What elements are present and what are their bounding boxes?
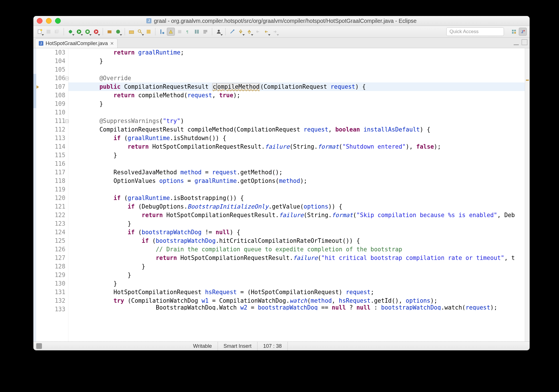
save-all-button[interactable] xyxy=(53,28,61,35)
svg-point-15 xyxy=(116,30,120,34)
open-type-button[interactable] xyxy=(128,28,135,35)
show-whitespace-button[interactable]: ¶ xyxy=(185,28,192,35)
svg-line-31 xyxy=(230,30,234,33)
statusbar: Writable Smart Insert 107 : 38 xyxy=(33,342,530,350)
svg-rect-16 xyxy=(129,31,134,34)
svg-point-30 xyxy=(218,30,220,32)
external-tools-button[interactable] xyxy=(92,28,100,35)
last-edit-button[interactable] xyxy=(254,28,262,35)
clean-button[interactable] xyxy=(228,28,236,35)
status-insert-mode: Smart Insert xyxy=(218,342,258,350)
show-source-button[interactable] xyxy=(193,28,200,35)
quick-access-input[interactable]: Quick Access xyxy=(446,27,504,36)
svg-point-21 xyxy=(162,32,164,34)
close-window-button[interactable] xyxy=(37,18,42,24)
toggle-wordwrap-button[interactable] xyxy=(202,28,209,35)
minimize-view-icon[interactable] xyxy=(514,39,519,45)
svg-rect-20 xyxy=(160,29,161,34)
svg-text:¶: ¶ xyxy=(186,30,188,34)
toggle-mark-button[interactable] xyxy=(158,28,166,35)
toggle-block-button[interactable] xyxy=(176,28,183,35)
svg-marker-35 xyxy=(248,30,251,32)
svg-point-17 xyxy=(138,30,141,32)
svg-rect-19 xyxy=(147,30,151,34)
status-writable: Writable xyxy=(187,342,218,350)
svg-marker-33 xyxy=(240,30,242,32)
eclipse-window: graal - org.graalvm.compiler.hotspot/src… xyxy=(33,16,530,350)
open-perspective-button[interactable] xyxy=(510,28,518,35)
minimize-window-button[interactable] xyxy=(46,18,52,24)
svg-rect-25 xyxy=(195,30,197,34)
code-editor[interactable]: 103104105106−107108109110111−11211311411… xyxy=(33,48,530,342)
debug-button[interactable] xyxy=(67,28,74,35)
editor-tab[interactable]: HotSpotGraalCompiler.java ✕ xyxy=(35,39,118,48)
svg-rect-2 xyxy=(46,30,50,34)
status-cursor-position: 107 : 38 xyxy=(258,342,288,350)
maximize-view-icon[interactable] xyxy=(522,39,527,45)
java-file-icon xyxy=(39,41,43,46)
coverage-button[interactable] xyxy=(84,28,91,35)
toggle-highlight-button[interactable] xyxy=(167,28,175,36)
svg-rect-38 xyxy=(514,30,516,31)
svg-point-32 xyxy=(233,29,234,31)
svg-rect-26 xyxy=(197,30,199,34)
prev-annotation-button[interactable] xyxy=(246,28,253,35)
new-type-button[interactable] xyxy=(114,28,122,35)
svg-marker-22 xyxy=(169,30,172,33)
svg-rect-40 xyxy=(514,32,516,34)
svg-text:J: J xyxy=(521,30,523,34)
svg-point-1 xyxy=(40,29,42,31)
zoom-window-button[interactable] xyxy=(55,18,61,24)
svg-rect-23 xyxy=(178,30,181,33)
titlebar: graal - org.graalvm.compiler.hotspot/src… xyxy=(33,16,530,26)
new-button[interactable] xyxy=(36,28,44,35)
editor-tabstrip: HotSpotGraalCompiler.java ✕ xyxy=(33,38,530,48)
svg-rect-14 xyxy=(108,31,112,33)
forward-button[interactable] xyxy=(271,28,279,35)
next-annotation-button[interactable] xyxy=(237,28,244,35)
svg-rect-39 xyxy=(512,32,514,34)
svg-marker-34 xyxy=(240,32,242,34)
svg-marker-36 xyxy=(248,32,251,34)
svg-line-18 xyxy=(140,32,142,34)
open-task-button[interactable] xyxy=(145,28,152,35)
save-button[interactable] xyxy=(45,28,52,35)
profile-button[interactable] xyxy=(215,28,222,35)
rss-icon[interactable] xyxy=(36,343,42,349)
tab-label: HotSpotGraalCompiler.java xyxy=(46,41,108,47)
svg-point-42 xyxy=(523,30,525,31)
overview-ruler[interactable] xyxy=(525,48,530,342)
svg-rect-37 xyxy=(512,30,514,31)
svg-rect-4 xyxy=(56,29,59,33)
window-title: graal - org.graalvm.compiler.hotspot/src… xyxy=(33,18,530,24)
back-button[interactable] xyxy=(263,28,270,35)
run-button[interactable] xyxy=(75,28,83,35)
close-tab-icon[interactable]: ✕ xyxy=(110,41,114,46)
toolbar: ¶ Quick Access J xyxy=(33,26,530,38)
java-perspective-button[interactable]: J xyxy=(519,28,527,36)
svg-rect-11 xyxy=(87,31,89,33)
java-file-icon xyxy=(146,18,151,23)
new-package-button[interactable] xyxy=(106,28,113,35)
search-button[interactable] xyxy=(136,28,144,35)
